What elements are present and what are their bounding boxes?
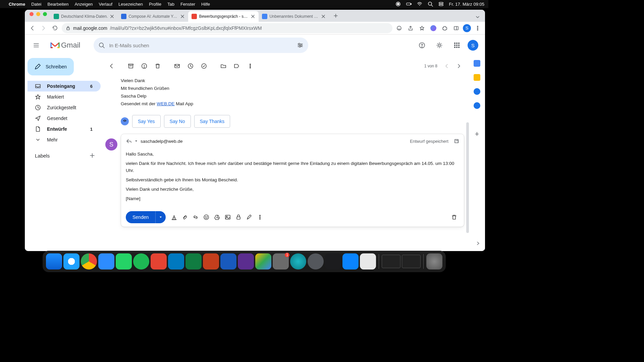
insert-link-icon[interactable]: [191, 212, 201, 222]
kebab-menu-icon[interactable]: [473, 23, 482, 33]
dock-chrome[interactable]: [81, 253, 97, 269]
gmail-logo[interactable]: Gmail: [50, 41, 80, 50]
wifi-icon[interactable]: [417, 1, 422, 7]
keep-addon-icon[interactable]: [474, 74, 480, 81]
move-to-button[interactable]: [217, 60, 229, 72]
browser-tab[interactable]: Deutschland Klima-Daten.: [50, 11, 118, 22]
search-box[interactable]: [94, 38, 308, 53]
dock-excel[interactable]: [185, 253, 202, 269]
back-to-inbox-button[interactable]: [105, 60, 117, 72]
sidebar-item-inbox[interactable]: Posteingang 6: [28, 81, 101, 92]
delete-button[interactable]: [152, 60, 164, 72]
dock-whatsapp[interactable]: [116, 253, 132, 269]
sidebar-item-starred[interactable]: Markiert: [28, 92, 101, 102]
support-icon[interactable]: [415, 39, 429, 52]
more-actions-icon[interactable]: [244, 60, 256, 72]
close-tab-icon[interactable]: [251, 14, 255, 19]
popout-icon[interactable]: [454, 138, 459, 144]
sidepanel-icon[interactable]: [451, 23, 461, 33]
dock-minimized-window[interactable]: [382, 255, 400, 268]
prev-message-button[interactable]: [441, 61, 452, 71]
reload-button[interactable]: [50, 23, 60, 33]
menu-verlauf[interactable]: Verlauf: [99, 2, 112, 7]
dock-trello[interactable]: [168, 253, 184, 269]
close-window-button[interactable]: [30, 12, 34, 16]
more-compose-options-icon[interactable]: [255, 212, 265, 222]
calendar-addon-icon[interactable]: [474, 60, 480, 67]
signature-icon[interactable]: [244, 212, 254, 222]
snooze-button[interactable]: [184, 60, 197, 72]
insert-drive-icon[interactable]: [212, 212, 222, 222]
extensions-button[interactable]: [440, 23, 449, 33]
dock-zoom[interactable]: [98, 253, 114, 269]
minimize-window-button[interactable]: [36, 12, 40, 16]
extension-icon[interactable]: [429, 23, 438, 33]
mark-unread-button[interactable]: [171, 60, 183, 72]
scrollbar[interactable]: [466, 122, 469, 233]
app-menu[interactable]: Chrome: [9, 2, 25, 7]
dock-spotify[interactable]: [133, 253, 149, 269]
screen-record-icon[interactable]: [395, 1, 401, 7]
menu-bearbeiten[interactable]: Bearbeiten: [47, 2, 68, 7]
attach-icon[interactable]: [180, 212, 190, 222]
report-spam-button[interactable]: [138, 60, 150, 72]
dock-siri[interactable]: [290, 253, 306, 269]
dock-app-store[interactable]: [342, 253, 359, 269]
dock-word[interactable]: [220, 253, 236, 269]
dock-trash[interactable]: [426, 253, 442, 269]
menubar-clock[interactable]: Fr. 17. März 09:05: [449, 2, 485, 7]
formatting-icon[interactable]: [169, 212, 179, 222]
menu-lesezeichen[interactable]: Lesezeichen: [118, 2, 143, 7]
confidential-mode-icon[interactable]: [233, 212, 244, 222]
sidebar-item-sent[interactable]: Gesendet: [28, 113, 101, 124]
battery-icon[interactable]: [406, 1, 412, 7]
collapse-sidepanel-icon[interactable]: [476, 241, 480, 246]
privacy-icon[interactable]: [394, 23, 404, 33]
account-avatar[interactable]: S: [468, 40, 478, 51]
compose-button[interactable]: Schreiben: [28, 58, 74, 75]
bookmark-star-icon[interactable]: [417, 23, 427, 33]
address-bar[interactable]: mail.google.com/mail/u/0/?zx=bz2wjik56vn…: [62, 23, 392, 33]
menu-profile[interactable]: Profile: [149, 2, 161, 7]
menu-hilfe[interactable]: Hilfe: [201, 2, 210, 7]
forward-button[interactable]: [39, 23, 48, 33]
send-options-button[interactable]: [155, 211, 166, 223]
add-to-tasks-button[interactable]: [198, 60, 210, 72]
tab-overflow-icon[interactable]: [475, 14, 480, 20]
dock-quicktime[interactable]: [308, 253, 324, 269]
suggest-thanks-button[interactable]: Say Thanks: [194, 115, 230, 128]
dock-app[interactable]: [360, 253, 376, 269]
archive-button[interactable]: [125, 60, 137, 72]
emoji-icon[interactable]: [201, 212, 211, 222]
sidebar-item-more[interactable]: Mehr: [28, 134, 101, 145]
back-button[interactable]: [28, 23, 37, 33]
next-message-button[interactable]: [453, 61, 464, 71]
reply-body[interactable]: Hallo Sascha, vielen Dank für Ihre Nachr…: [121, 151, 464, 209]
dock-safari[interactable]: [63, 253, 79, 269]
send-button[interactable]: Senden: [126, 211, 155, 223]
search-tune-icon[interactable]: [297, 42, 304, 49]
hamburger-menu-icon[interactable]: [29, 38, 44, 53]
dock-todoist[interactable]: [151, 253, 167, 269]
close-tab-icon[interactable]: [110, 14, 114, 19]
dock-settings[interactable]: [273, 253, 289, 269]
apps-grid-icon[interactable]: [450, 39, 464, 52]
dock-minimized-window[interactable]: [402, 255, 421, 268]
suggest-yes-button[interactable]: Say Yes: [132, 115, 161, 128]
reply-to-address[interactable]: saschadelp@web.de: [141, 139, 183, 144]
sidebar-item-drafts[interactable]: Entwürfe 1: [28, 124, 101, 134]
browser-tab-active[interactable]: Bewerbungsgespräch - sascha: [188, 11, 259, 22]
fullscreen-window-button[interactable]: [43, 12, 47, 16]
share-icon[interactable]: [406, 23, 415, 33]
close-tab-icon[interactable]: [180, 14, 185, 19]
dock-powerpoint[interactable]: [203, 253, 219, 269]
browser-tab[interactable]: Compose AI: Automate Your W: [118, 11, 188, 22]
add-label-icon[interactable]: [89, 153, 95, 159]
new-tab-button[interactable]: [331, 11, 340, 20]
discard-draft-icon[interactable]: [449, 212, 459, 222]
dock-voice-memos[interactable]: [325, 253, 341, 269]
control-center-icon[interactable]: [438, 1, 444, 7]
reply-arrow-icon[interactable]: [126, 138, 132, 144]
menu-anzeigen[interactable]: Anzeigen: [74, 2, 93, 7]
get-addons-icon[interactable]: +: [475, 130, 479, 138]
